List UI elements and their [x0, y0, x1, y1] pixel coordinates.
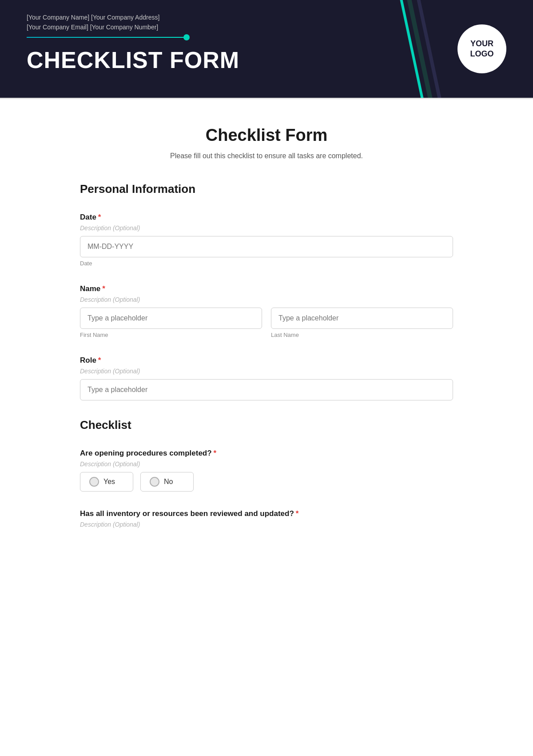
- field-label-inventory-text: Has all inventory or resources been revi…: [80, 509, 294, 518]
- form-subtitle: Please fill out this checklist to ensure…: [80, 152, 453, 160]
- logo-text: YOURLOGO: [470, 39, 494, 60]
- radio-option-yes-opening[interactable]: Yes: [80, 472, 133, 492]
- first-name-input[interactable]: [80, 308, 262, 329]
- radio-label-yes-opening: Yes: [103, 478, 115, 486]
- role-input[interactable]: [80, 379, 453, 400]
- field-label-opening: Are opening procedures completed? *: [80, 449, 453, 458]
- field-hint-firstname: First Name: [80, 332, 262, 338]
- radio-label-no-opening: No: [164, 478, 173, 486]
- field-group-name: Name * Description (Optional) First Name…: [80, 284, 453, 338]
- page-header-title: CHECKLIST FORM: [27, 47, 506, 73]
- field-group-role: Role * Description (Optional): [80, 356, 453, 400]
- form-title: Checklist Form: [80, 126, 453, 145]
- field-group-opening: Are opening procedures completed? * Desc…: [80, 449, 453, 492]
- field-label-opening-text: Are opening procedures completed?: [80, 449, 212, 458]
- field-label-date: Date *: [80, 213, 453, 222]
- section-personal-title: Personal Information: [80, 182, 453, 200]
- required-star-role: *: [98, 356, 101, 365]
- field-hint-date: Date: [80, 260, 453, 267]
- required-star-inventory: *: [296, 509, 299, 518]
- last-name-input[interactable]: [271, 308, 453, 329]
- field-description-date: Description (Optional): [80, 224, 453, 232]
- required-star-opening: *: [214, 449, 217, 458]
- field-label-role: Role *: [80, 356, 453, 365]
- field-description-opening: Description (Optional): [80, 460, 453, 468]
- name-row: First Name Last Name: [80, 308, 453, 338]
- required-star-date: *: [98, 213, 101, 222]
- field-label-name-text: Name: [80, 284, 100, 293]
- radio-circle-no-opening: [150, 477, 159, 487]
- field-description-role: Description (Optional): [80, 368, 453, 375]
- section-personal: Personal Information Date * Description …: [80, 182, 453, 400]
- field-group-date: Date * Description (Optional) Date: [80, 213, 453, 267]
- radio-option-no-opening[interactable]: No: [140, 472, 194, 492]
- section-checklist-title: Checklist: [80, 418, 453, 436]
- field-description-inventory: Description (Optional): [80, 521, 453, 528]
- last-name-col: Last Name: [271, 308, 453, 338]
- radio-group-opening: Yes No: [80, 472, 453, 492]
- field-label-inventory: Has all inventory or resources been revi…: [80, 509, 453, 518]
- date-input[interactable]: [80, 236, 453, 257]
- field-group-inventory: Has all inventory or resources been revi…: [80, 509, 453, 528]
- main-content: Checklist Form Please fill out this chec…: [0, 99, 533, 572]
- first-name-col: First Name: [80, 308, 262, 338]
- field-label-name: Name *: [80, 284, 453, 293]
- field-hint-lastname: Last Name: [271, 332, 453, 338]
- field-label-role-text: Role: [80, 356, 96, 365]
- field-description-name: Description (Optional): [80, 296, 453, 303]
- header-line: [27, 37, 187, 38]
- section-checklist: Checklist Are opening procedures complet…: [80, 418, 453, 528]
- logo-circle: YOURLOGO: [457, 24, 506, 73]
- field-label-date-text: Date: [80, 213, 96, 222]
- page-header: [Your Company Name] [Your Company Addres…: [0, 0, 533, 98]
- radio-circle-yes-opening: [89, 477, 99, 487]
- header-line-dot: [183, 34, 190, 40]
- required-star-name: *: [102, 284, 105, 293]
